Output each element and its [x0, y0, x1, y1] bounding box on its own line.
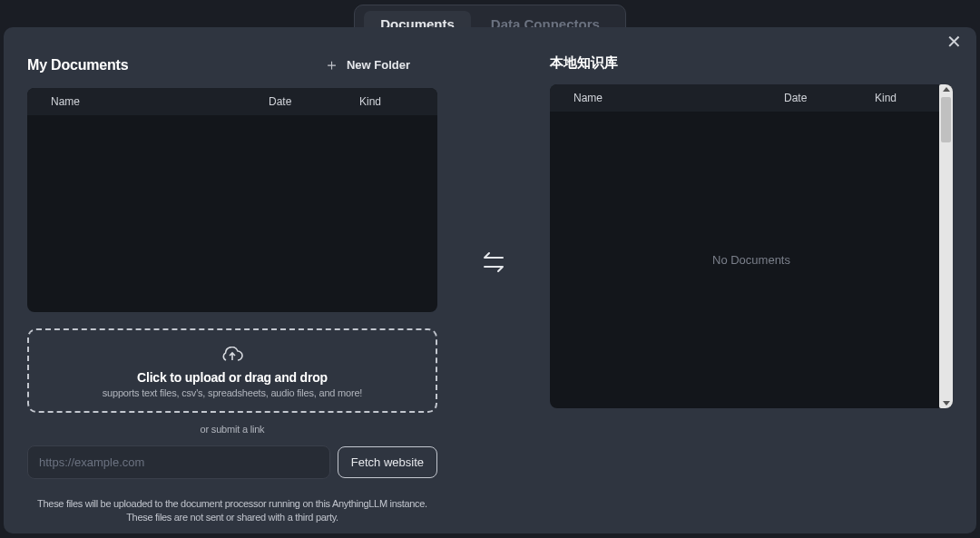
my-documents-table: Name Date Kind: [27, 88, 437, 312]
scrollbar[interactable]: [939, 84, 953, 408]
workspace-column-name[interactable]: Name: [573, 92, 784, 104]
column-date[interactable]: Date: [269, 95, 359, 108]
url-input[interactable]: [27, 445, 330, 479]
plus-icon: ＋: [324, 54, 339, 75]
table-header: Name Date Kind: [27, 88, 437, 115]
workspace-column-kind[interactable]: Kind: [875, 92, 929, 104]
close-button[interactable]: ✕: [946, 33, 962, 51]
upload-title: Click to upload or drag and drop: [38, 370, 426, 385]
my-documents-title: My Documents: [27, 57, 128, 73]
or-submit-link-label: or submit a link: [27, 424, 437, 435]
upload-dropzone[interactable]: Click to upload or drag and drop support…: [27, 328, 437, 413]
no-documents-label: No Documents: [712, 253, 790, 267]
transfer-controls: [437, 54, 550, 524]
my-documents-panel: My Documents ＋ New Folder Name Date Kind: [27, 54, 437, 524]
table-body: [27, 115, 437, 312]
column-kind[interactable]: Kind: [359, 95, 414, 108]
upload-subtitle: supports text files, csv's, spreadsheets…: [38, 387, 426, 398]
new-folder-label: New Folder: [347, 58, 410, 72]
workspace-table-header: Name Date Kind: [550, 84, 953, 112]
fetch-website-button[interactable]: Fetch website: [338, 446, 437, 478]
scrollbar-thumb[interactable]: [941, 97, 951, 142]
workspace-table-body: No Documents: [550, 112, 953, 408]
swap-arrows-icon[interactable]: [481, 249, 506, 275]
workspace-table: Name Date Kind No Documents: [550, 84, 953, 408]
cloud-upload-icon: [220, 347, 244, 365]
workspace-documents-panel: 本地知识库 Name Date Kind No Documents: [550, 54, 953, 524]
workspace-title: 本地知识库: [550, 54, 953, 72]
close-icon: ✕: [946, 32, 962, 52]
new-folder-button[interactable]: ＋ New Folder: [324, 54, 410, 75]
documents-modal: ✕ My Documents ＋ New Folder Name Date Ki…: [4, 27, 976, 533]
upload-disclaimer: These files will be uploaded to the docu…: [27, 497, 437, 524]
column-name[interactable]: Name: [51, 95, 269, 108]
workspace-column-date[interactable]: Date: [784, 92, 875, 104]
